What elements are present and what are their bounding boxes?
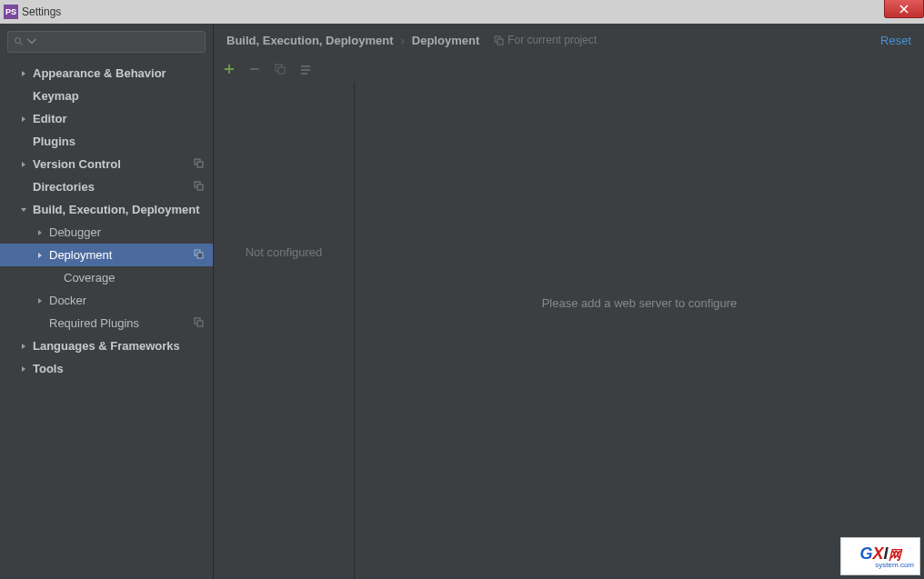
chevron-right-icon	[20, 365, 29, 373]
svg-rect-16	[301, 73, 307, 75]
watermark: GXI网 system.com	[840, 537, 920, 575]
tree-item-editor[interactable]: Editor	[0, 107, 213, 130]
tree-item-required-plugins[interactable]: Required Plugins	[0, 312, 213, 334]
chevron-down-icon	[20, 206, 29, 214]
chevron-right-icon	[36, 297, 45, 304]
tree-item-label: Editor	[33, 112, 67, 125]
tree-item-keymap[interactable]: Keymap	[0, 85, 213, 107]
servers-list-pane: Not configured	[214, 82, 355, 579]
tree-item-label: Debugger	[49, 225, 101, 239]
settings-sidebar: Appearance & BehaviorKeymapEditorPlugins…	[0, 24, 214, 579]
copy-icon	[274, 63, 286, 75]
tree-item-tools[interactable]: Tools	[0, 357, 213, 380]
chevron-right-icon	[20, 70, 29, 77]
empty-list-label: Not configured	[246, 245, 323, 579]
tree-item-label: Version Control	[33, 157, 121, 171]
tree-item-build-execution-deployment[interactable]: Build, Execution, Deployment	[0, 198, 213, 221]
window-title: Settings	[22, 5, 61, 18]
chevron-right-icon	[20, 343, 29, 350]
search-icon	[14, 36, 25, 47]
minus-icon	[248, 63, 261, 75]
list-icon	[299, 63, 312, 75]
tree-item-label: Docker	[49, 294, 86, 307]
chevron-right-icon: ›	[400, 34, 404, 47]
tree-item-label: Directories	[33, 180, 95, 194]
svg-rect-15	[301, 69, 310, 71]
svg-rect-7	[197, 253, 203, 258]
project-scope-hint: For current project	[494, 34, 597, 46]
close-button[interactable]	[884, 0, 924, 18]
tree-item-version-control[interactable]: Version Control	[0, 153, 213, 175]
svg-rect-9	[197, 321, 203, 326]
tree-item-directories[interactable]: Directories	[0, 175, 213, 198]
add-button[interactable]	[223, 63, 236, 75]
tree-item-docker[interactable]: Docker	[0, 289, 213, 312]
copy-icon	[194, 316, 204, 330]
check-button[interactable]	[299, 63, 312, 75]
svg-rect-3	[197, 162, 203, 167]
breadcrumb-item[interactable]: Build, Execution, Deployment	[226, 34, 393, 47]
tree-item-deployment[interactable]: Deployment	[0, 244, 213, 266]
tree-item-label: Appearance & Behavior	[33, 66, 166, 80]
svg-rect-14	[301, 65, 310, 67]
tree-item-label: Required Plugins	[49, 316, 139, 330]
chevron-right-icon	[36, 229, 45, 236]
svg-point-0	[15, 38, 21, 44]
copy-icon	[494, 35, 504, 45]
tree-item-label: Build, Execution, Deployment	[33, 203, 199, 216]
remove-button[interactable]	[248, 63, 261, 75]
deployment-toolbar	[214, 56, 924, 82]
tree-item-label: Tools	[33, 362, 64, 375]
window-titlebar: PS Settings	[0, 0, 924, 24]
chevron-right-icon	[20, 161, 29, 168]
chevron-right-icon	[20, 115, 29, 123]
svg-rect-13	[278, 67, 285, 74]
chevron-down-icon	[26, 36, 37, 47]
server-detail-pane: Please add a web server to configure	[355, 82, 924, 579]
tree-item-coverage[interactable]: Coverage	[0, 266, 213, 289]
app-icon: PS	[4, 5, 18, 19]
tree-item-appearance-behavior[interactable]: Appearance & Behavior	[0, 62, 213, 85]
svg-rect-5	[197, 185, 203, 190]
tree-item-label: Deployment	[49, 248, 112, 262]
plus-icon	[223, 63, 236, 75]
tree-item-label: Plugins	[33, 135, 75, 148]
tree-item-label: Coverage	[64, 271, 115, 285]
breadcrumb: Build, Execution, Deployment › Deploymen…	[214, 24, 924, 56]
copy-icon	[194, 157, 204, 171]
settings-tree: Appearance & BehaviorKeymapEditorPlugins…	[0, 58, 213, 579]
tree-item-label: Languages & Frameworks	[33, 339, 180, 353]
search-input[interactable]	[7, 31, 206, 53]
svg-line-1	[20, 43, 23, 45]
copy-icon	[194, 248, 204, 262]
chevron-right-icon	[36, 252, 45, 259]
empty-detail-label: Please add a web server to configure	[542, 296, 738, 310]
tree-item-debugger[interactable]: Debugger	[0, 221, 213, 244]
svg-rect-11	[497, 39, 503, 45]
reset-button[interactable]: Reset	[880, 34, 911, 47]
close-icon	[899, 5, 909, 14]
content-area: Build, Execution, Deployment › Deploymen…	[214, 24, 924, 579]
copy-button[interactable]	[274, 63, 286, 75]
copy-icon	[194, 180, 204, 194]
tree-item-languages-frameworks[interactable]: Languages & Frameworks	[0, 334, 213, 357]
breadcrumb-item[interactable]: Deployment	[412, 34, 479, 47]
tree-item-label: Keymap	[33, 89, 79, 103]
tree-item-plugins[interactable]: Plugins	[0, 130, 213, 153]
